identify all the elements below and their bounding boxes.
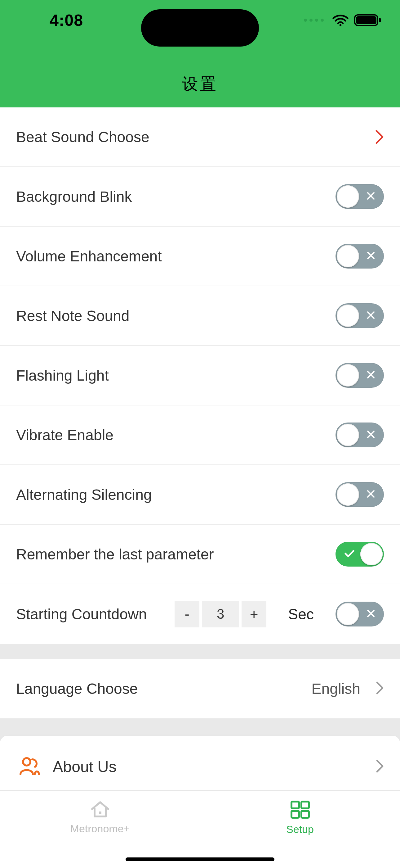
about-section: About Us <box>0 736 400 798</box>
svg-rect-2 <box>356 16 376 24</box>
row-label: Vibrate Enable <box>16 427 113 444</box>
row-label: Starting Countdown <box>16 606 147 623</box>
people-icon <box>19 756 40 777</box>
row-background-blink: Background Blink <box>0 167 400 227</box>
svg-point-4 <box>23 758 30 766</box>
row-label: Background Blink <box>16 188 132 205</box>
row-vibrate-enable: Vibrate Enable <box>0 405 400 465</box>
toggle-remember-last[interactable] <box>335 542 384 566</box>
svg-point-0 <box>339 24 341 26</box>
section-gap <box>0 644 400 659</box>
row-label: Rest Note Sound <box>16 307 130 324</box>
grid-icon <box>289 800 311 821</box>
home-icon <box>90 800 111 820</box>
toggle-alternating-silencing[interactable] <box>335 482 384 507</box>
status-time: 4:08 <box>49 11 83 30</box>
wifi-icon <box>332 14 348 26</box>
x-icon <box>367 311 375 321</box>
row-beat-sound-choose[interactable]: Beat Sound Choose <box>0 107 400 167</box>
svg-rect-8 <box>292 811 299 818</box>
chevron-right-icon <box>376 681 384 696</box>
row-label: Language Choose <box>16 680 138 697</box>
row-label: Alternating Silencing <box>16 486 152 503</box>
svg-rect-7 <box>301 802 309 808</box>
language-section: Language Choose English <box>0 659 400 718</box>
row-starting-countdown: Starting Countdown - 3 + Sec <box>0 584 400 644</box>
tab-label: Metronome+ <box>70 823 130 835</box>
stepper-plus-button[interactable]: + <box>241 601 266 627</box>
status-right <box>304 14 381 27</box>
row-language-choose[interactable]: Language Choose English <box>0 659 400 718</box>
row-flashing-light: Flashing Light <box>0 346 400 405</box>
stepper-minus-button[interactable]: - <box>174 601 199 627</box>
home-indicator <box>126 858 274 861</box>
row-rest-note-sound: Rest Note Sound <box>0 286 400 346</box>
svg-rect-9 <box>301 811 309 818</box>
countdown-stepper: - 3 + <box>174 601 266 627</box>
toggle-flashing-light[interactable] <box>335 363 384 388</box>
row-alternating-silencing: Alternating Silencing <box>0 465 400 525</box>
row-volume-enhancement: Volume Enhancement <box>0 227 400 286</box>
page-title: 设置 <box>0 73 400 95</box>
toggle-background-blink[interactable] <box>335 184 384 209</box>
tab-label: Setup <box>286 823 314 835</box>
header: 4:08 设置 <box>0 0 400 107</box>
row-label: Remember the last parameter <box>16 546 214 563</box>
row-label: Flashing Light <box>16 367 109 384</box>
svg-rect-3 <box>379 18 381 22</box>
row-label: Beat Sound Choose <box>16 128 149 146</box>
about-label: About Us <box>53 758 376 776</box>
tab-bar: Metronome+ Setup <box>0 790 400 868</box>
x-icon <box>367 609 375 619</box>
chevron-right-icon <box>376 760 384 774</box>
svg-rect-6 <box>292 802 299 808</box>
x-icon <box>367 370 375 380</box>
chevron-right-icon <box>375 129 384 144</box>
row-label: Volume Enhancement <box>16 248 162 265</box>
signal-dots-icon <box>304 19 324 22</box>
language-value: English <box>312 680 360 697</box>
row-about-us[interactable]: About Us <box>0 736 400 798</box>
toggle-vibrate-enable[interactable] <box>335 423 384 447</box>
x-icon <box>367 490 375 499</box>
status-bar: 4:08 <box>0 0 400 37</box>
countdown-unit-label: Sec <box>288 606 314 623</box>
battery-icon <box>354 14 381 27</box>
x-icon <box>367 430 375 440</box>
svg-rect-5 <box>99 811 101 814</box>
toggle-volume-enhancement[interactable] <box>335 244 384 269</box>
toggle-rest-note-sound[interactable] <box>335 303 384 328</box>
section-gap <box>0 718 400 736</box>
row-remember-last: Remember the last parameter <box>0 525 400 584</box>
stepper-value: 3 <box>202 601 239 627</box>
check-icon <box>344 549 355 559</box>
x-icon <box>367 251 375 261</box>
notch <box>141 9 259 46</box>
tab-setup[interactable]: Setup <box>200 791 400 868</box>
settings-list: Beat Sound Choose Background Blink Volum… <box>0 107 400 644</box>
x-icon <box>367 191 375 202</box>
toggle-starting-countdown[interactable] <box>335 602 384 626</box>
tab-metronome[interactable]: Metronome+ <box>0 791 200 868</box>
